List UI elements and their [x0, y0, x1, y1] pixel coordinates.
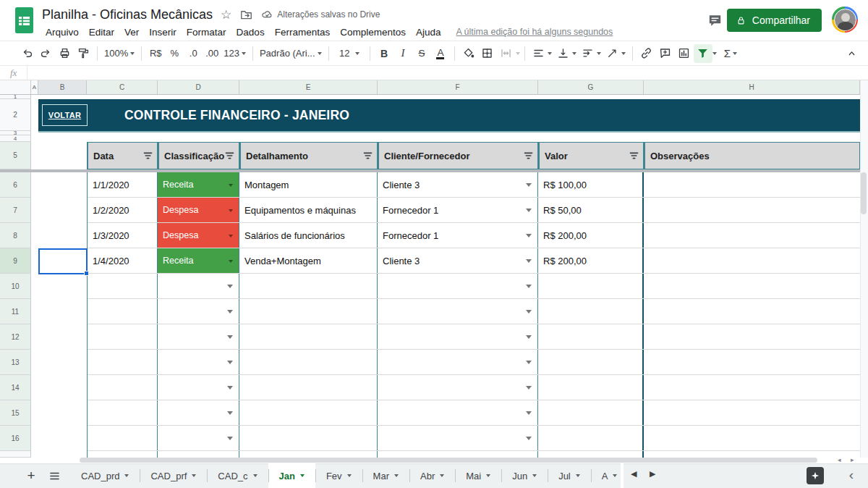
menu-dados[interactable]: Dados	[231, 25, 270, 39]
menu-ver[interactable]: Ver	[119, 25, 144, 39]
cell-observacoes[interactable]	[644, 274, 861, 298]
row-header-5[interactable]: 5	[0, 142, 31, 169]
column-header-C[interactable]: C	[87, 80, 158, 95]
formula-bar[interactable]: fx	[0, 65, 868, 80]
cell-cliente-fornecedor[interactable]: Cliente 3	[378, 248, 538, 273]
sheet-tab-cad_prf[interactable]: CAD_prf	[140, 463, 207, 488]
cell-data[interactable]	[88, 274, 158, 298]
sheet-tab-abr[interactable]: Abr	[409, 463, 455, 488]
cell-partial[interactable]	[538, 451, 644, 458]
cell-observacoes[interactable]	[644, 324, 861, 349]
paint-format-button[interactable]	[74, 44, 93, 63]
sheet-tab-cad_prd[interactable]: CAD_prd	[70, 463, 140, 488]
save-status[interactable]: Alterações salvas no Drive	[261, 9, 380, 21]
row-header-15[interactable]: 15	[0, 400, 31, 426]
cell-data[interactable]: 1/3/2020	[88, 223, 158, 248]
insert-chart-button[interactable]	[675, 44, 694, 63]
cell-data[interactable]	[88, 350, 158, 374]
zoom-select[interactable]: 100%	[102, 44, 137, 63]
row-header-12[interactable]: 12	[0, 324, 31, 350]
column-header-H[interactable]: H	[644, 80, 860, 95]
cell-cliente-fornecedor[interactable]	[378, 400, 538, 425]
dropdown-caret-icon[interactable]	[486, 474, 490, 479]
merge-cells-button[interactable]	[497, 44, 516, 63]
italic-button[interactable]: I	[393, 44, 412, 63]
menu-formatar[interactable]: Formatar	[182, 25, 231, 39]
cell-detalhamento[interactable]	[239, 426, 378, 450]
cell-detalhamento[interactable]	[239, 299, 378, 324]
cell-data[interactable]: 1/4/2020	[88, 248, 158, 273]
cell-detalhamento[interactable]: Salários de funcionários	[239, 223, 378, 248]
format-currency-button[interactable]: R$	[146, 44, 165, 63]
cell-cliente-fornecedor[interactable]	[378, 274, 538, 298]
cell-dropdown-icon[interactable]	[227, 361, 233, 367]
cell-valor[interactable]: R$ 200,00	[538, 223, 644, 248]
row-header-9[interactable]: 9	[0, 248, 31, 274]
dropdown-caret-icon[interactable]	[576, 474, 580, 479]
header-cell-valor[interactable]: Valor	[538, 142, 644, 169]
cell-classificacao[interactable]: Despesa	[158, 223, 239, 248]
cell-observacoes[interactable]	[644, 400, 861, 425]
row-header-partial[interactable]	[0, 451, 31, 458]
cell-dropdown-icon[interactable]	[526, 209, 532, 215]
cell-valor[interactable]	[538, 375, 644, 400]
column-header-G[interactable]: G	[538, 80, 644, 95]
cell-detalhamento[interactable]	[239, 274, 378, 298]
vertical-scrollbar-thumb[interactable]	[861, 172, 867, 214]
cell-observacoes[interactable]	[644, 426, 861, 450]
cell-dropdown-icon[interactable]	[227, 386, 233, 392]
cell-cliente-fornecedor[interactable]: Fornecedor 1	[378, 198, 538, 222]
cell-valor[interactable]: R$ 50,00	[538, 198, 644, 222]
merge-options-caret[interactable]	[516, 52, 520, 57]
classificacao-chip-receita[interactable]: Receita	[158, 248, 239, 273]
increase-decimal-button[interactable]: .00	[203, 44, 221, 63]
column-header-A[interactable]: A	[31, 80, 38, 95]
menu-complementos[interactable]: Complementos	[335, 25, 411, 39]
cell-classificacao[interactable]	[158, 426, 239, 450]
cell-classificacao[interactable]	[158, 324, 239, 349]
cell-dropdown-icon[interactable]	[526, 234, 532, 240]
cell-detalhamento[interactable]: Equipamentos e máquinas	[239, 198, 378, 222]
sheet-tab-jan[interactable]: Jan	[268, 463, 315, 488]
sheet-tab-cad_c[interactable]: CAD_c	[207, 463, 268, 488]
dropdown-caret-icon[interactable]	[253, 474, 258, 479]
dropdown-caret-icon[interactable]	[229, 260, 233, 265]
move-folder-icon[interactable]	[239, 8, 253, 22]
cell-dropdown-icon[interactable]	[526, 361, 532, 367]
header-cell-detalhamento[interactable]: Detalhamento	[239, 142, 378, 169]
header-cell-observaes[interactable]: Observações	[644, 142, 860, 169]
cell-observacoes[interactable]	[644, 223, 861, 248]
fill-color-button[interactable]	[459, 44, 478, 63]
cell-valor[interactable]	[538, 274, 644, 298]
cell-data[interactable]	[88, 400, 158, 425]
add-sheet-button[interactable]: +	[22, 466, 41, 485]
header-cell-data[interactable]: Data	[87, 142, 158, 169]
dropdown-caret-icon[interactable]	[229, 184, 233, 189]
cell-valor[interactable]	[538, 324, 644, 349]
cell-classificacao[interactable]	[158, 350, 239, 374]
voltar-link[interactable]: VOLTAR	[42, 104, 88, 126]
cell-partial[interactable]	[239, 451, 378, 458]
cell-classificacao[interactable]	[158, 400, 239, 425]
cell-dropdown-icon[interactable]	[526, 386, 532, 392]
share-button[interactable]: Compartilhar	[727, 9, 822, 32]
cell-cliente-fornecedor[interactable]	[378, 350, 538, 374]
sheet-tab-mai[interactable]: Mai	[455, 463, 501, 488]
row-header-16[interactable]: 16	[0, 426, 31, 451]
sheet-tab-fev[interactable]: Fev	[315, 463, 362, 488]
cell-valor[interactable]: R$ 200,00	[538, 248, 644, 273]
cell-detalhamento[interactable]: Montagem	[239, 172, 378, 197]
more-formats-button[interactable]: 123	[221, 44, 248, 63]
cell-dropdown-icon[interactable]	[227, 310, 233, 316]
cell-classificacao[interactable]	[158, 375, 239, 400]
dropdown-caret-icon[interactable]	[394, 474, 399, 479]
cell-classificacao[interactable]: Receita	[158, 248, 239, 273]
dropdown-caret-icon[interactable]	[300, 474, 305, 479]
insert-link-button[interactable]	[637, 44, 656, 63]
cell-observacoes[interactable]	[644, 299, 861, 324]
cell-detalhamento[interactable]: Venda+Montagem	[239, 248, 378, 273]
row-header-10[interactable]: 10	[0, 274, 31, 299]
hscroll-left-icon[interactable]: ◂	[838, 456, 841, 463]
cell-cliente-fornecedor[interactable]	[378, 324, 538, 349]
cell-data[interactable]: 1/1/2020	[88, 172, 158, 197]
